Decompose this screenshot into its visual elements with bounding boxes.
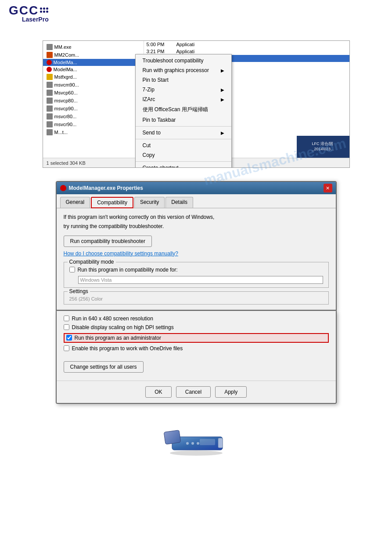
list-item[interactable]: Msvcp60... xyxy=(43,89,144,97)
compatibility-mode-group: Compatibility mode Run this program in c… xyxy=(64,262,329,288)
checkbox-640x480-label: Run in 640 x 480 screen resolution xyxy=(72,316,153,322)
logo-dot xyxy=(46,7,48,10)
checkbox-dpi[interactable] xyxy=(64,324,69,330)
checkbox-admin[interactable] xyxy=(66,335,72,341)
file-icon xyxy=(47,52,53,58)
file-icon xyxy=(47,67,52,72)
checkbox-row-onedrive: Enable this program to work with OneDriv… xyxy=(64,345,329,352)
list-item[interactable]: MM.exe xyxy=(43,43,144,51)
ctx-copy[interactable]: Copy xyxy=(136,150,231,160)
logo-box: GCC LaserPro xyxy=(9,4,49,23)
checkbox-640x480[interactable] xyxy=(64,316,69,321)
compat-mode-dropdown[interactable] xyxy=(78,276,323,284)
file-icon xyxy=(47,129,53,135)
dialog-title-text: ModelManager.exe Properties xyxy=(69,185,143,191)
file-icon xyxy=(47,105,53,112)
dialog-close-button[interactable]: ✕ xyxy=(324,184,332,192)
file-icon xyxy=(47,74,53,80)
dialog-settings-body: Run in 640 x 480 screen resolution Disab… xyxy=(57,311,336,359)
list-item[interactable]: msvcp80... xyxy=(43,97,144,105)
logo-dot xyxy=(43,7,45,10)
svg-point-5 xyxy=(191,442,194,445)
tab-compatibility[interactable]: Compatibility xyxy=(91,197,133,208)
list-item[interactable]: MM2Com... xyxy=(43,51,144,59)
tab-security[interactable]: Security xyxy=(134,197,165,208)
compat-mode-label: Run this program in compatibility mode f… xyxy=(78,267,178,273)
ctx-separator xyxy=(136,161,231,162)
list-item[interactable]: msvcr80... xyxy=(43,112,144,120)
list-item[interactable]: msvcr90... xyxy=(43,120,144,128)
change-settings-area: Change settings for all users xyxy=(57,359,336,381)
cancel-button[interactable]: Cancel xyxy=(176,386,211,398)
dialog-description-line1: If this program isn't working correctly … xyxy=(64,214,329,221)
tab-details[interactable]: Details xyxy=(165,197,193,208)
dialog-top-part: ModelManager.exe Properties ✕ General Co… xyxy=(56,181,337,311)
checkbox-row-dpi: Disable display scaling on high DPI sett… xyxy=(64,324,329,330)
laser-pro-text: LaserPro xyxy=(9,16,49,23)
device-svg xyxy=(161,421,231,457)
file-icon xyxy=(47,113,53,120)
list-item[interactable]: M...t... xyxy=(43,128,144,136)
dialog-footer: OK Cancel Apply xyxy=(57,381,336,403)
svg-point-4 xyxy=(186,442,189,445)
logo-dot xyxy=(40,11,42,13)
dialog-description-line2: try running the compatibility troublesho… xyxy=(64,223,329,230)
compatibility-settings-link[interactable]: How do I choose compatibility settings m… xyxy=(64,250,329,257)
svg-rect-7 xyxy=(200,439,215,445)
status-bar-text: 1 selected 304 KB xyxy=(47,160,86,166)
ctx-cut[interactable]: Cut xyxy=(136,141,231,150)
settings-group-label: Settings xyxy=(68,288,90,294)
section1-context-menu: MM.exe MM2Com... ModelMa... ModelMa... M… xyxy=(43,40,350,168)
dialog-titlebar: ModelManager.exe Properties ✕ xyxy=(57,182,336,194)
ctx-create-shortcut[interactable]: Create shortcut xyxy=(136,163,231,168)
checkbox-row-admin: Run this program as an administrator xyxy=(64,333,329,343)
dialog-tabs: General Compatibility Security Details xyxy=(57,194,336,208)
file-icon xyxy=(47,44,53,50)
ctx-run-graphics[interactable]: Run with graphics processor ▶ xyxy=(136,65,231,75)
svg-point-0 xyxy=(170,450,223,456)
context-menu: Troubleshoot compatibility Run with grap… xyxy=(135,54,232,168)
logo-area: GCC LaserPro xyxy=(0,0,392,27)
logo-dot xyxy=(46,11,48,13)
ctx-send-to[interactable]: Send to ▶ xyxy=(136,128,231,138)
list-item[interactable]: msvcp90... xyxy=(43,105,144,112)
ctx-troubleshoot[interactable]: Troubleshoot compatibility xyxy=(136,56,231,65)
taskbar-preview: LFC 溶合/固 _2014\023... xyxy=(297,136,349,158)
explorer-background: MM.exe MM2Com... ModelMa... ModelMa... M… xyxy=(43,40,350,168)
ctx-officescan[interactable]: 使用 OfficeScan 用戶端掃瞄 xyxy=(136,104,231,115)
dialog-bottom-part: Run in 640 x 480 screen resolution Disab… xyxy=(56,311,337,404)
ctx-separator xyxy=(136,139,231,139)
svg-rect-2 xyxy=(164,430,181,444)
file-row: 5:00 PM Applicati xyxy=(144,41,349,48)
svg-rect-3 xyxy=(218,438,223,448)
device-image-section xyxy=(152,421,240,457)
list-item[interactable]: ModelMa... xyxy=(43,66,144,73)
file-icon xyxy=(47,98,53,104)
list-item[interactable]: msvcm90... xyxy=(43,81,144,89)
file-icon xyxy=(47,82,53,88)
list-item-selected[interactable]: ModelMa... xyxy=(43,59,144,66)
group-box-label: Compatibility mode xyxy=(68,259,116,265)
ok-button[interactable]: OK xyxy=(145,386,172,398)
checkbox-onedrive[interactable] xyxy=(64,345,69,351)
change-settings-button[interactable]: Change settings for all users xyxy=(64,361,144,373)
ctx-izarc[interactable]: IZArc ▶ xyxy=(136,94,231,104)
ctx-separator xyxy=(136,126,231,127)
apply-button[interactable]: Apply xyxy=(215,386,247,398)
list-item[interactable]: Mstfxgrd... xyxy=(43,73,144,81)
ctx-pin-start[interactable]: Pin to Start xyxy=(136,75,231,85)
checkbox-admin-label: Run this program as an administrator xyxy=(75,335,161,341)
file-icon xyxy=(47,90,53,96)
checkbox-row-640x480: Run in 640 x 480 screen resolution xyxy=(64,316,329,322)
tab-general[interactable]: General xyxy=(60,197,90,208)
properties-dialog: ModelManager.exe Properties ✕ General Co… xyxy=(56,181,337,404)
ctx-pin-taskbar[interactable]: Pin to Taskbar xyxy=(136,115,231,125)
logo-dot xyxy=(43,11,45,13)
partial-text: 256 (256) Color xyxy=(69,296,323,301)
file-list: MM.exe MM2Com... ModelMa... ModelMa... M… xyxy=(43,41,144,167)
dialog-body: If this program isn't working correctly … xyxy=(57,208,336,310)
compat-mode-checkbox[interactable] xyxy=(69,267,75,272)
run-troubleshooter-button[interactable]: Run compatibility troubleshooter xyxy=(64,236,152,247)
ctx-7zip[interactable]: 7-Zip ▶ xyxy=(136,85,231,94)
file-icon xyxy=(47,60,52,65)
